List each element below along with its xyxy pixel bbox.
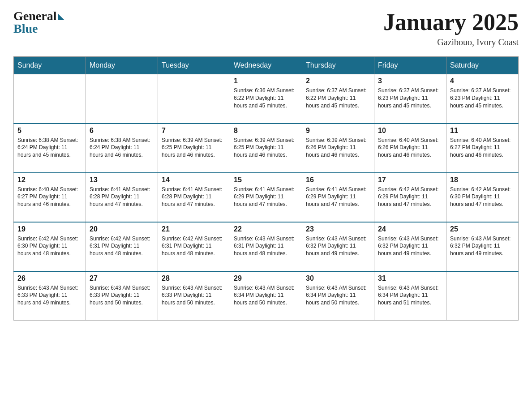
day-info: Sunrise: 6:43 AM Sunset: 6:33 PM Dayligh…	[17, 284, 82, 307]
day-number: 13	[90, 176, 154, 184]
month-title: January 2025	[383, 9, 519, 35]
day-number: 27	[90, 274, 154, 283]
title-section: January 2025 Gazibouo, Ivory Coast	[383, 9, 519, 47]
day-number: 10	[378, 127, 442, 135]
calendar-cell	[446, 271, 519, 321]
calendar-cell: 7Sunrise: 6:39 AM Sunset: 6:25 PM Daylig…	[158, 124, 230, 173]
day-info: Sunrise: 6:42 AM Sunset: 6:30 PM Dayligh…	[17, 235, 82, 257]
day-info: Sunrise: 6:43 AM Sunset: 6:32 PM Dayligh…	[450, 235, 515, 257]
calendar-cell: 27Sunrise: 6:43 AM Sunset: 6:33 PM Dayli…	[86, 271, 158, 321]
day-number: 14	[162, 176, 226, 184]
day-number: 5	[17, 127, 82, 135]
day-info: Sunrise: 6:43 AM Sunset: 6:34 PM Dayligh…	[306, 284, 370, 307]
calendar-cell: 16Sunrise: 6:41 AM Sunset: 6:29 PM Dayli…	[302, 173, 374, 222]
day-info: Sunrise: 6:37 AM Sunset: 6:23 PM Dayligh…	[450, 87, 515, 109]
calendar-week-5: 26Sunrise: 6:43 AM Sunset: 6:33 PM Dayli…	[14, 271, 519, 321]
day-info: Sunrise: 6:43 AM Sunset: 6:32 PM Dayligh…	[306, 235, 370, 257]
calendar-cell: 23Sunrise: 6:43 AM Sunset: 6:32 PM Dayli…	[302, 222, 374, 271]
day-info: Sunrise: 6:43 AM Sunset: 6:33 PM Dayligh…	[162, 284, 226, 307]
day-info: Sunrise: 6:39 AM Sunset: 6:26 PM Dayligh…	[306, 137, 370, 159]
day-info: Sunrise: 6:40 AM Sunset: 6:26 PM Dayligh…	[378, 137, 442, 159]
day-number: 29	[234, 274, 298, 283]
day-number: 16	[306, 176, 370, 184]
day-info: Sunrise: 6:42 AM Sunset: 6:29 PM Dayligh…	[378, 186, 442, 208]
day-number: 2	[306, 77, 370, 85]
calendar-cell	[14, 74, 86, 124]
calendar-cell	[158, 74, 230, 124]
day-number: 15	[234, 176, 298, 184]
location-text: Gazibouo, Ivory Coast	[383, 37, 519, 47]
day-number: 3	[378, 77, 442, 85]
calendar-cell: 17Sunrise: 6:42 AM Sunset: 6:29 PM Dayli…	[374, 173, 446, 222]
day-info: Sunrise: 6:39 AM Sunset: 6:25 PM Dayligh…	[162, 137, 226, 159]
calendar-cell: 28Sunrise: 6:43 AM Sunset: 6:33 PM Dayli…	[158, 271, 230, 321]
calendar-cell: 22Sunrise: 6:43 AM Sunset: 6:31 PM Dayli…	[230, 222, 302, 271]
calendar-table: SundayMondayTuesdayWednesdayThursdayFrid…	[13, 56, 519, 321]
day-number: 28	[162, 274, 226, 283]
calendar-cell: 20Sunrise: 6:42 AM Sunset: 6:31 PM Dayli…	[86, 222, 158, 271]
calendar-cell: 8Sunrise: 6:39 AM Sunset: 6:25 PM Daylig…	[230, 124, 302, 173]
calendar-cell: 12Sunrise: 6:40 AM Sunset: 6:27 PM Dayli…	[14, 173, 86, 222]
day-info: Sunrise: 6:36 AM Sunset: 6:22 PM Dayligh…	[234, 87, 298, 109]
calendar-header-thursday: Thursday	[302, 57, 374, 74]
calendar-cell: 24Sunrise: 6:43 AM Sunset: 6:32 PM Dayli…	[374, 222, 446, 271]
day-number: 30	[306, 274, 370, 283]
calendar-header-tuesday: Tuesday	[158, 57, 230, 74]
day-number: 8	[234, 127, 298, 135]
day-number: 9	[306, 127, 370, 135]
day-info: Sunrise: 6:37 AM Sunset: 6:23 PM Dayligh…	[378, 87, 442, 109]
calendar-week-2: 5Sunrise: 6:38 AM Sunset: 6:24 PM Daylig…	[14, 124, 519, 173]
logo-blue-text: Blue	[13, 21, 38, 36]
day-info: Sunrise: 6:43 AM Sunset: 6:33 PM Dayligh…	[90, 284, 154, 307]
calendar-cell: 10Sunrise: 6:40 AM Sunset: 6:26 PM Dayli…	[374, 124, 446, 173]
day-number: 6	[90, 127, 154, 135]
day-number: 18	[450, 176, 515, 184]
day-info: Sunrise: 6:38 AM Sunset: 6:24 PM Dayligh…	[17, 137, 82, 159]
day-number: 17	[378, 176, 442, 184]
day-info: Sunrise: 6:42 AM Sunset: 6:31 PM Dayligh…	[90, 235, 154, 257]
day-info: Sunrise: 6:41 AM Sunset: 6:29 PM Dayligh…	[306, 186, 370, 208]
calendar-header-friday: Friday	[374, 57, 446, 74]
day-number: 7	[162, 127, 226, 135]
calendar-cell: 30Sunrise: 6:43 AM Sunset: 6:34 PM Dayli…	[302, 271, 374, 321]
calendar-cell: 4Sunrise: 6:37 AM Sunset: 6:23 PM Daylig…	[446, 74, 519, 124]
day-number: 20	[90, 225, 154, 233]
day-info: Sunrise: 6:43 AM Sunset: 6:32 PM Dayligh…	[378, 235, 442, 257]
day-info: Sunrise: 6:42 AM Sunset: 6:31 PM Dayligh…	[162, 235, 226, 257]
calendar-header-sunday: Sunday	[14, 57, 86, 74]
day-number: 11	[450, 127, 515, 135]
day-info: Sunrise: 6:43 AM Sunset: 6:31 PM Dayligh…	[234, 235, 298, 257]
calendar-header-monday: Monday	[86, 57, 158, 74]
day-info: Sunrise: 6:40 AM Sunset: 6:27 PM Dayligh…	[450, 137, 515, 159]
calendar-header-row: SundayMondayTuesdayWednesdayThursdayFrid…	[14, 57, 519, 74]
day-number: 12	[17, 176, 82, 184]
calendar-cell: 14Sunrise: 6:41 AM Sunset: 6:28 PM Dayli…	[158, 173, 230, 222]
calendar-cell: 2Sunrise: 6:37 AM Sunset: 6:22 PM Daylig…	[302, 74, 374, 124]
day-number: 24	[378, 225, 442, 233]
day-info: Sunrise: 6:40 AM Sunset: 6:27 PM Dayligh…	[17, 186, 82, 208]
day-info: Sunrise: 6:38 AM Sunset: 6:24 PM Dayligh…	[90, 137, 154, 159]
calendar-cell: 19Sunrise: 6:42 AM Sunset: 6:30 PM Dayli…	[14, 222, 86, 271]
day-number: 26	[17, 274, 82, 283]
calendar-week-1: 1Sunrise: 6:36 AM Sunset: 6:22 PM Daylig…	[14, 74, 519, 124]
calendar-cell	[86, 74, 158, 124]
calendar-cell: 13Sunrise: 6:41 AM Sunset: 6:28 PM Dayli…	[86, 173, 158, 222]
calendar-week-4: 19Sunrise: 6:42 AM Sunset: 6:30 PM Dayli…	[14, 222, 519, 271]
calendar-header-saturday: Saturday	[446, 57, 519, 74]
day-number: 31	[378, 274, 442, 283]
day-number: 21	[162, 225, 226, 233]
calendar-header-wednesday: Wednesday	[230, 57, 302, 74]
calendar-cell: 9Sunrise: 6:39 AM Sunset: 6:26 PM Daylig…	[302, 124, 374, 173]
day-info: Sunrise: 6:41 AM Sunset: 6:28 PM Dayligh…	[90, 186, 154, 208]
calendar-cell: 1Sunrise: 6:36 AM Sunset: 6:22 PM Daylig…	[230, 74, 302, 124]
logo-arrow-icon	[58, 14, 64, 20]
day-number: 25	[450, 225, 515, 233]
day-info: Sunrise: 6:37 AM Sunset: 6:22 PM Dayligh…	[306, 87, 370, 109]
calendar-cell: 5Sunrise: 6:38 AM Sunset: 6:24 PM Daylig…	[14, 124, 86, 173]
day-number: 19	[17, 225, 82, 233]
calendar-cell: 25Sunrise: 6:43 AM Sunset: 6:32 PM Dayli…	[446, 222, 519, 271]
day-number: 1	[234, 77, 298, 85]
logo: General Blue	[13, 9, 64, 36]
day-number: 4	[450, 77, 515, 85]
day-info: Sunrise: 6:41 AM Sunset: 6:28 PM Dayligh…	[162, 186, 226, 208]
